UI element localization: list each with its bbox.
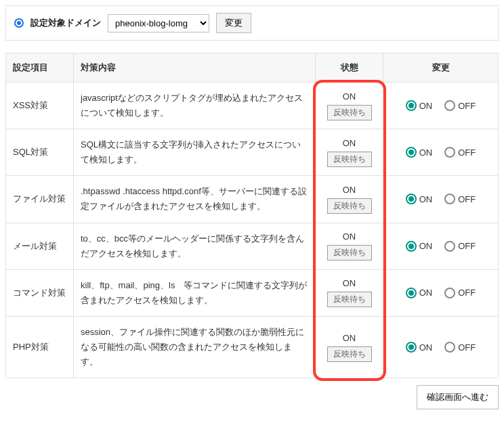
row-change: ONOFF [383, 83, 499, 129]
radio-off-icon [444, 147, 455, 158]
row-change: ONOFF [383, 269, 499, 316]
row-change: ONOFF [383, 316, 499, 378]
row-desc: SQL構文に該当する文字列が挿入されたアクセスについて検知します。 [74, 129, 316, 176]
radio-off[interactable]: OFF [444, 342, 476, 353]
table-row: ファイル対策.htpasswd .htaccess httpd.conf等、サー… [6, 176, 499, 223]
header-item: 設定項目 [6, 53, 74, 83]
radio-off-label: OFF [458, 342, 476, 353]
radio-off[interactable]: OFF [444, 241, 476, 252]
confirm-button[interactable]: 確認画面へ進む [417, 385, 499, 409]
radio-on-label: ON [419, 194, 433, 204]
radio-off[interactable]: OFF [444, 194, 476, 204]
radio-on-icon [406, 288, 417, 298]
table-row: メール対策to、cc、bcc等のメールヘッダーに関係する文字列を含んだアクセスを… [6, 223, 499, 269]
row-desc: kill、ftp、mail、ping、ls 等コマンドに関連する文字列が含まれた… [74, 269, 316, 316]
radio-on[interactable]: ON [406, 241, 433, 252]
row-item: メール対策 [6, 223, 74, 269]
domain-radio-icon [14, 18, 24, 28]
row-desc: javascriptなどのスクリプトタグが埋め込まれたアクセスについて検知します… [74, 83, 316, 129]
row-item: SQL対策 [6, 129, 74, 176]
status-on-label: ON [322, 185, 376, 195]
table-row: コマンド対策kill、ftp、mail、ping、ls 等コマンドに関連する文字… [6, 269, 499, 316]
row-item: PHP対策 [6, 316, 74, 378]
status-on-label: ON [322, 91, 376, 101]
header-desc: 対策内容 [74, 53, 316, 83]
radio-on-label: ON [419, 288, 433, 298]
radio-off[interactable]: OFF [444, 100, 476, 111]
status-on-label: ON [322, 333, 376, 343]
domain-change-button[interactable]: 変更 [216, 13, 251, 33]
status-pending-badge: 反映待ち [327, 152, 372, 167]
radio-off-label: OFF [458, 101, 476, 111]
row-item: ファイル対策 [6, 176, 74, 223]
radio-on-icon [406, 147, 417, 158]
status-on-label: ON [322, 231, 376, 242]
footer: 確認画面へ進む [5, 385, 499, 409]
radio-on[interactable]: ON [406, 288, 433, 298]
row-desc: to、cc、bcc等のメールヘッダーに関係する文字列を含んだアクセスを検知します… [74, 223, 316, 269]
status-pending-badge: 反映待ち [327, 198, 372, 214]
radio-off-icon [444, 100, 455, 111]
radio-off-icon [444, 194, 455, 204]
radio-on-label: ON [419, 241, 433, 251]
radio-on-label: ON [419, 101, 433, 111]
table-row: SQL対策SQL構文に該当する文字列が挿入されたアクセスについて検知します。ON… [6, 129, 499, 176]
domain-selector-bar: 設定対象ドメイン pheonix-blog-lomg 変更 [5, 5, 499, 41]
radio-on[interactable]: ON [406, 194, 433, 204]
table-row: XSS対策javascriptなどのスクリプトタグが埋め込まれたアクセスについて… [6, 83, 499, 129]
row-status: ON反映待ち [316, 223, 383, 269]
radio-off[interactable]: OFF [444, 288, 476, 298]
row-desc: .htpasswd .htaccess httpd.conf等、サーバーに関連す… [74, 176, 316, 223]
row-change: ONOFF [383, 129, 499, 176]
radio-on[interactable]: ON [406, 147, 433, 158]
radio-on-icon [406, 342, 417, 353]
row-item: コマンド対策 [6, 269, 74, 316]
status-pending-badge: 反映待ち [327, 245, 372, 261]
row-status: ON反映待ち [316, 129, 383, 176]
settings-table: 設定項目 対策内容 状態 変更 XSS対策javascriptなどのスクリプトタ… [5, 53, 499, 378]
status-pending-badge: 反映待ち [327, 105, 372, 120]
radio-off-icon [444, 342, 455, 353]
radio-on-icon [406, 241, 417, 252]
table-row: PHP対策session、ファイル操作に関連する関数のほか脆弱性元になる可能性の… [6, 316, 499, 378]
status-pending-badge: 反映待ち [327, 292, 372, 307]
radio-on-icon [406, 100, 417, 111]
domain-label: 設定対象ドメイン [30, 17, 101, 29]
row-status: ON反映待ち [316, 316, 383, 378]
row-change: ONOFF [383, 223, 499, 269]
radio-on[interactable]: ON [406, 100, 433, 111]
settings-table-wrap: 設定項目 対策内容 状態 変更 XSS対策javascriptなどのスクリプトタ… [5, 53, 499, 378]
radio-off-label: OFF [458, 148, 476, 158]
radio-on-icon [406, 194, 417, 204]
row-change: ONOFF [383, 176, 499, 223]
status-pending-badge: 反映待ち [327, 346, 372, 362]
row-status: ON反映待ち [316, 269, 383, 316]
radio-on-label: ON [419, 148, 433, 158]
domain-select[interactable]: pheonix-blog-lomg [108, 14, 209, 32]
status-on-label: ON [322, 278, 376, 288]
row-item: XSS対策 [6, 83, 74, 129]
radio-off-label: OFF [458, 241, 476, 251]
header-change: 変更 [383, 53, 499, 83]
radio-off-icon [444, 288, 455, 298]
header-status: 状態 [316, 53, 383, 83]
row-desc: session、ファイル操作に関連する関数のほか脆弱性元になる可能性の高い関数の… [74, 316, 316, 378]
radio-on-label: ON [419, 342, 433, 353]
radio-on[interactable]: ON [406, 342, 433, 353]
radio-off-label: OFF [458, 288, 476, 298]
row-status: ON反映待ち [316, 83, 383, 129]
radio-off-label: OFF [458, 194, 476, 204]
row-status: ON反映待ち [316, 176, 383, 223]
status-on-label: ON [322, 138, 376, 148]
radio-off[interactable]: OFF [444, 147, 476, 158]
radio-off-icon [444, 241, 455, 252]
